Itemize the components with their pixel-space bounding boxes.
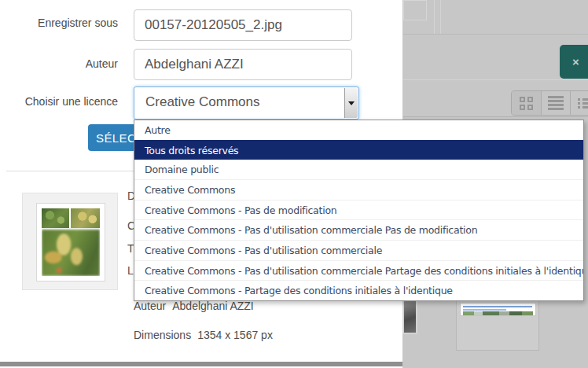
grid-view-icon bbox=[520, 97, 533, 110]
detail-author-value: Abdelghani AZZI bbox=[172, 300, 254, 312]
dropdown-option[interactable]: Creative Commons - Partage des condition… bbox=[134, 280, 583, 300]
detail-list-view-button[interactable] bbox=[570, 91, 588, 115]
detail-dimensions-label: Dimensions bbox=[134, 329, 191, 341]
save-as-label: Enregistrer sous bbox=[0, 17, 118, 29]
author-label: Auteur bbox=[0, 57, 118, 70]
close-button[interactable]: × bbox=[560, 45, 588, 79]
detail-author-label: Auteur bbox=[134, 300, 166, 312]
background-window-corner bbox=[403, 0, 427, 20]
license-select[interactable]: Creative Commons bbox=[134, 86, 359, 120]
clipped-field-label: L bbox=[127, 264, 134, 277]
plant-photo-thumbnail bbox=[42, 208, 100, 276]
dropdown-option[interactable]: Creative Commons bbox=[134, 179, 583, 200]
grid-view-button[interactable] bbox=[512, 91, 541, 115]
list-view-button[interactable] bbox=[541, 91, 570, 115]
detail-dimensions-line: Dimensions1354 x 1567 px bbox=[134, 329, 273, 341]
background-divider bbox=[403, 116, 588, 117]
thumbnail-mat bbox=[36, 203, 105, 282]
detail-list-view-icon bbox=[578, 97, 588, 110]
dropdown-option[interactable]: Creative Commons - Pas d'utilisation com… bbox=[134, 260, 583, 281]
select-arrow-button[interactable] bbox=[344, 88, 358, 118]
dropdown-option[interactable]: Creative Commons - Pas d'utilisation com… bbox=[134, 240, 583, 260]
license-selected-value: Creative Commons bbox=[145, 94, 260, 110]
view-mode-toolbar bbox=[511, 90, 588, 116]
dropdown-option[interactable]: Domaine public bbox=[134, 160, 583, 179]
dropdown-option[interactable]: Autre bbox=[134, 120, 583, 140]
background-divider bbox=[403, 79, 588, 80]
dropdown-option[interactable]: Creative Commons - Pas d'utilisation com… bbox=[134, 219, 583, 240]
background-panel-divider bbox=[440, 0, 441, 34]
chevron-down-icon bbox=[348, 101, 355, 105]
author-input[interactable] bbox=[134, 49, 352, 80]
filename-input[interactable] bbox=[134, 9, 352, 41]
license-dropdown-list: Autre Tous droits réservés Domaine publi… bbox=[134, 120, 584, 301]
detail-dimensions-value: 1354 x 1567 px bbox=[197, 329, 273, 341]
background-file-thumbnail bbox=[402, 300, 417, 334]
background-panel-divider bbox=[434, 0, 435, 34]
license-label: Choisir une licence bbox=[0, 95, 118, 108]
background-file-preview bbox=[460, 303, 536, 316]
dropdown-option-highlighted[interactable]: Tous droits réservés bbox=[134, 140, 583, 160]
detail-author-line: AuteurAbdelghani AZZI bbox=[134, 300, 254, 312]
dropdown-option[interactable]: Creative Commons - Pas de modification bbox=[134, 200, 583, 220]
image-thumbnail-card[interactable] bbox=[22, 193, 118, 290]
background-divider bbox=[403, 34, 588, 35]
list-view-icon bbox=[548, 94, 564, 112]
horizontal-scrollbar[interactable] bbox=[0, 362, 402, 367]
